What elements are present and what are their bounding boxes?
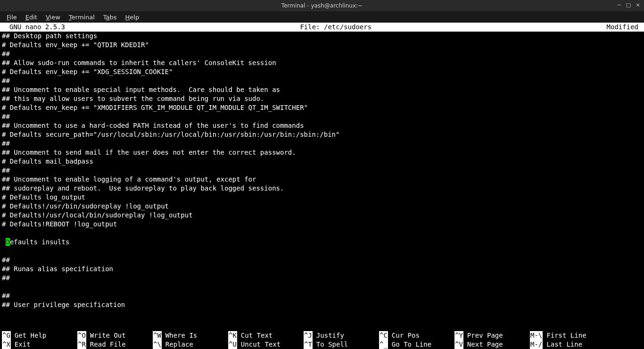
nano-shortcut: ^GGet Help (2, 331, 77, 340)
window-controls: − □ × (616, 1, 641, 8)
nano-shortcut: ^VNext Page (454, 340, 530, 349)
shortcut-label: Cur Pos (388, 331, 420, 340)
nano-shortcut: ^\Replace (153, 340, 228, 349)
editor-line: Defaults insults (2, 238, 642, 247)
editor-line: ## (2, 291, 642, 300)
menu-file[interactable]: File (3, 13, 21, 22)
nano-footer: ^GGet Help^OWrite Out^WWhere Is^KCut Tex… (0, 331, 644, 349)
maximize-icon[interactable]: □ (625, 1, 632, 8)
nano-shortcut: ^UUncut Text (228, 340, 304, 349)
window-title: Terminal - yash@archlinux:~ (281, 2, 363, 9)
nano-status: Modified (607, 23, 642, 32)
menu-help[interactable]: Help (122, 13, 143, 22)
shortcut-label: Exit (11, 340, 31, 349)
minimize-icon[interactable]: − (616, 1, 622, 8)
shortcut-label: Write Out (86, 331, 126, 340)
menu-view[interactable]: View (42, 13, 64, 22)
shortcut-label: Get Help (11, 331, 46, 340)
nano-shortcut: M-\First Line (530, 331, 605, 340)
shortcut-key: ^\ (153, 340, 162, 349)
menu-tabs[interactable]: Tabs (99, 13, 121, 22)
editor-line: # Defaults!/usr/local/bin/sudoreplay !lo… (2, 211, 642, 220)
editor-line: # Defaults secure_path="/usr/local/sbin:… (2, 130, 642, 139)
close-icon[interactable]: × (635, 1, 641, 8)
editor-line: ## Uncomment to enable logging of a comm… (2, 175, 642, 184)
editor-line: ## Allow sudo-run commands to inherit th… (2, 58, 642, 67)
editor-line: # Defaults env_keep += "XDG_SESSION_COOK… (2, 67, 642, 76)
nano-header-bar: GNU nano 2.5.3 File: /etc/sudoers Modifi… (0, 23, 644, 32)
cursor: D (6, 238, 9, 246)
nano-shortcuts-row-2: ^XExit^RRead File^\Replace^UUncut Text^T… (2, 340, 642, 349)
nano-editor-content[interactable]: ## Desktop path settings# Defaults env_k… (0, 32, 644, 309)
window-titlebar: Terminal - yash@archlinux:~ − □ × (0, 0, 644, 11)
shortcut-key: ^O (77, 331, 86, 340)
editor-line: # Defaults env_keep += "QTDIR KDEDIR" (2, 41, 642, 50)
nano-shortcut: ^YPrev Page (454, 331, 530, 340)
nano-file-label: File: /etc/sudoers (65, 23, 607, 32)
nano-shortcut: ^CCur Pos (379, 331, 454, 340)
shortcut-label: Where Is (162, 331, 197, 340)
nano-shortcuts-row-1: ^GGet Help^OWrite Out^WWhere Is^KCut Tex… (2, 331, 642, 340)
nano-version: GNU nano 2.5.3 (2, 23, 65, 32)
nano-shortcut: ^KCut Text (228, 331, 304, 340)
editor-line: ## Desktop path settings (2, 32, 642, 41)
editor-line: ## (2, 112, 642, 121)
editor-line: # Defaults!/usr/bin/sudoreplay !log_outp… (2, 202, 642, 211)
shortcut-label: Uncut Text (237, 340, 281, 349)
shortcut-label: Prev Page (463, 331, 503, 340)
shortcut-label: To Spell (313, 340, 348, 349)
shortcut-key: ^J (304, 331, 313, 340)
editor-line: ## sudoreplay and reboot. Use sudoreplay… (2, 184, 642, 193)
editor-line: ## Uncomment to use a hard-coded PATH in… (2, 121, 642, 130)
shortcut-key: ^Y (454, 331, 463, 340)
editor-line: ## Uncomment to enable special input met… (2, 85, 642, 94)
editor-line: # Defaults env_keep += "XMODIFIERS GTK_I… (2, 103, 642, 112)
shortcut-key: ^U (228, 340, 237, 349)
shortcut-key: ^R (77, 340, 86, 349)
editor-line: ## (2, 139, 642, 148)
shortcut-label: Cut Text (237, 331, 272, 340)
shortcut-key: M-\ (530, 331, 543, 340)
shortcut-key: ^_ (379, 340, 388, 349)
shortcut-key: ^V (454, 340, 463, 349)
shortcut-label: First Line (543, 331, 586, 340)
editor-line: # Defaults!REBOOT !log_output (2, 220, 642, 229)
shortcut-key: ^W (153, 331, 162, 340)
shortcut-label: Justify (313, 331, 344, 340)
nano-shortcut: ^JJustify (304, 331, 379, 340)
shortcut-key: ^G (2, 331, 11, 340)
nano-shortcut: ^RRead File (77, 340, 153, 349)
editor-line: ## (2, 76, 642, 85)
editor-line: # Defaults mail_badpass (2, 157, 642, 166)
shortcut-key: M-/ (530, 340, 543, 349)
nano-shortcut: ^TTo Spell (304, 340, 379, 349)
nano-shortcut: M-/Last Line (530, 340, 605, 349)
shortcut-label: Next Page (463, 340, 503, 349)
menu-terminal[interactable]: Terminal (65, 13, 99, 22)
nano-shortcut: ^WWhere Is (153, 331, 228, 340)
editor-line: ## (2, 274, 642, 283)
editor-line (2, 247, 642, 256)
editor-line (2, 283, 642, 291)
shortcut-label: Read File (86, 340, 126, 349)
shortcut-key: ^X (2, 340, 11, 349)
shortcut-label: Last Line (543, 340, 582, 349)
editor-line: ## Runas alias specification (2, 265, 642, 274)
editor-line: ## (2, 166, 642, 175)
editor-line: ## Uncomment to send mail if the user do… (2, 148, 642, 157)
shortcut-label: Replace (162, 340, 193, 349)
shortcut-key: ^C (379, 331, 388, 340)
menu-edit[interactable]: Edit (22, 13, 41, 22)
shortcut-label: Go To Line (388, 340, 431, 349)
editor-line: # Defaults log_output (2, 193, 642, 202)
editor-line: ## (2, 256, 642, 265)
editor-line: ## this may allow users to subvert the c… (2, 94, 642, 103)
terminal-viewport[interactable]: GNU nano 2.5.3 File: /etc/sudoers Modifi… (0, 23, 644, 349)
editor-line: ## User privilege specification (2, 300, 642, 309)
editor-line (2, 229, 642, 238)
app-menubar: FileEditViewTerminalTabsHelp (0, 11, 644, 23)
editor-line: ## (2, 50, 642, 58)
nano-shortcut: ^XExit (2, 340, 77, 349)
shortcut-key: ^T (304, 340, 313, 349)
nano-shortcut: ^_Go To Line (379, 340, 454, 349)
